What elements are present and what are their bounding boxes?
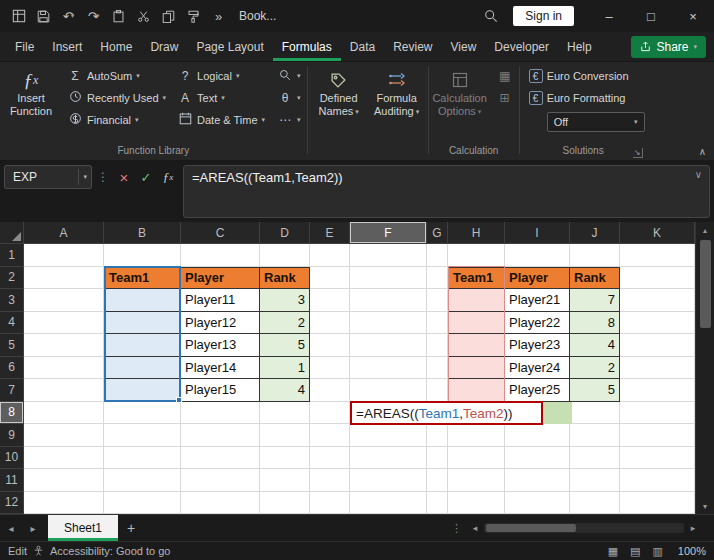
cell-D10[interactable] [260,447,310,470]
sheet-tab-sheet1[interactable]: Sheet1 [48,515,118,541]
cell-I7[interactable]: Player25 [505,379,570,402]
row-header-4[interactable]: 4 [0,312,24,335]
formula-auditing-button[interactable]: Formula Auditing▾ [368,65,426,118]
insert-function-fx-button[interactable]: ƒx [158,166,178,188]
euro-off-dropdown[interactable]: Off ▾ [547,112,645,132]
tab-help[interactable]: Help [558,32,601,61]
cell-D2[interactable]: Rank [260,267,310,290]
scroll-up-icon[interactable]: ▴ [703,222,707,238]
tab-draw[interactable]: Draw [141,32,187,61]
logical-button[interactable]: ? Logical ▾ [173,65,269,87]
cell-G3[interactable] [427,289,448,312]
sheet-nav-prev-icon[interactable]: ◂ [0,515,22,541]
math-trig-button[interactable]: θ ▾ [273,87,305,109]
row-header-3[interactable]: 3 [0,289,24,312]
cell-J11[interactable] [570,469,620,492]
col-header-F[interactable]: F [350,222,427,244]
cell-E1[interactable] [310,244,350,267]
cell-K8[interactable] [620,402,695,425]
cell-F11[interactable] [350,469,427,492]
recently-used-button[interactable]: Recently Used ▾ [63,87,170,109]
formula-edit-box[interactable]: =AREAS((Team1,Team2)) [350,401,543,425]
cell-D6[interactable]: 1 [260,357,310,380]
cell-I10[interactable] [505,447,570,470]
cell-B3[interactable] [104,289,181,312]
tab-page-layout[interactable]: Page Layout [187,32,272,61]
cell-H1[interactable] [448,244,505,267]
cell-J2[interactable]: Rank [570,267,620,290]
undo-button[interactable]: ↶▾ [56,4,81,28]
row-header-7[interactable]: 7 [0,379,24,402]
cell-F6[interactable] [350,357,427,380]
lookup-reference-button[interactable]: ▾ [273,65,305,87]
col-header-K[interactable]: K [620,222,695,244]
cell-F10[interactable] [350,447,427,470]
cell-H4[interactable] [448,312,505,335]
cell-H10[interactable] [448,447,505,470]
formula-input[interactable]: =AREAS((Team1,Team2)) ∨ [183,165,710,218]
defined-names-button[interactable]: Defined Names▾ [310,65,368,118]
cell-E5[interactable] [310,334,350,357]
col-header-G[interactable]: G [427,222,448,244]
cell-B2[interactable]: Team1 [104,267,181,290]
cell-I6[interactable]: Player24 [505,357,570,380]
cell-G7[interactable] [427,379,448,402]
row-header-9[interactable]: 9 [0,424,24,447]
cell-E10[interactable] [310,447,350,470]
solutions-dialog-launcher[interactable]: ↘ [633,148,643,158]
cell-D4[interactable]: 2 [260,312,310,335]
row-header-12[interactable]: 12 [0,492,24,515]
cell-C11[interactable] [181,469,260,492]
row-header-2[interactable]: 2 [0,267,24,290]
cell-A11[interactable] [24,469,104,492]
cell-K9[interactable] [620,424,695,447]
cell-A2[interactable] [24,267,104,290]
name-box[interactable]: EXP ▾ [4,165,92,189]
scroll-down-icon[interactable]: ▾ [703,498,707,514]
cell-G12[interactable] [427,492,448,515]
cell-C1[interactable] [181,244,260,267]
cell-B4[interactable] [104,312,181,335]
cell-G4[interactable] [427,312,448,335]
select-all-corner[interactable] [0,222,24,244]
cell-B11[interactable] [104,469,181,492]
cell-G1[interactable] [427,244,448,267]
cell-I1[interactable] [505,244,570,267]
cell-G2[interactable] [427,267,448,290]
cell-K10[interactable] [620,447,695,470]
name-box-dropdown-icon[interactable]: ▾ [83,173,87,181]
close-button[interactable]: × [672,0,714,32]
search-icon[interactable] [478,4,503,28]
calculate-sheet-button[interactable]: ⊞ [493,87,517,109]
cell-J1[interactable] [570,244,620,267]
cell-F12[interactable] [350,492,427,515]
cell-G5[interactable] [427,334,448,357]
cell-A5[interactable] [24,334,104,357]
col-header-B[interactable]: B [104,222,181,244]
cell-A3[interactable] [24,289,104,312]
scroll-left-icon[interactable]: ◂ [466,523,484,533]
page-break-view-icon[interactable]: ▥ [649,545,665,558]
cell-F9[interactable] [350,424,427,447]
cell-E9[interactable] [310,424,350,447]
cell-G9[interactable] [427,424,448,447]
cell-H11[interactable] [448,469,505,492]
col-header-D[interactable]: D [260,222,310,244]
cell-C9[interactable] [181,424,260,447]
cell-E11[interactable] [310,469,350,492]
cell-H6[interactable] [448,357,505,380]
cell-K4[interactable] [620,312,695,335]
save-icon[interactable] [31,4,56,28]
date-time-button[interactable]: Date & Time ▾ [173,109,269,131]
tab-home[interactable]: Home [91,32,141,61]
col-header-E[interactable]: E [310,222,350,244]
cell-I4[interactable]: Player22 [505,312,570,335]
cell-H2[interactable]: Team1 [448,267,505,290]
cell-F5[interactable] [350,334,427,357]
cell-B1[interactable] [104,244,181,267]
cell-C8[interactable] [181,402,260,425]
cell-B8[interactable] [104,402,181,425]
cell-D9[interactable] [260,424,310,447]
col-header-A[interactable]: A [24,222,104,244]
minimize-button[interactable]: – [588,0,630,32]
